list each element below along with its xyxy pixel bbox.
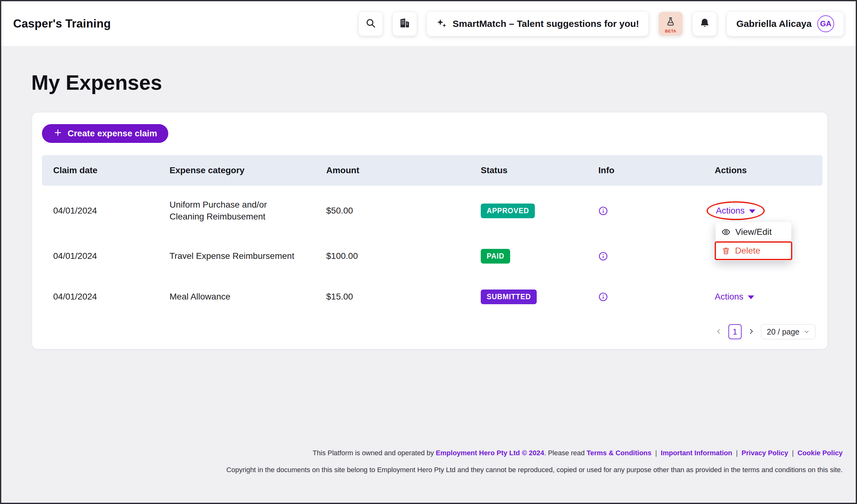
- table-row: 04/01/2024 Meal Allowance $15.00 SUBMITT…: [42, 276, 823, 317]
- table-row: 04/01/2024 Uniform Purchase and/or Clean…: [42, 186, 823, 236]
- search-button[interactable]: [358, 12, 383, 36]
- organisation-button[interactable]: [392, 12, 417, 36]
- actions-dropdown-trigger[interactable]: Actions: [716, 206, 755, 216]
- info-icon[interactable]: [598, 292, 608, 302]
- menu-item-view-edit[interactable]: View/Edit: [716, 223, 791, 241]
- chevron-down-icon: [804, 327, 809, 336]
- footer-line-2: Copyright in the documents on this site …: [226, 466, 843, 474]
- menu-item-delete[interactable]: Delete: [715, 241, 792, 260]
- column-info: Info: [587, 166, 703, 175]
- menu-item-label: Delete: [735, 246, 760, 256]
- beta-badge: BETA: [665, 29, 676, 33]
- amount-cell: $100.00: [315, 251, 469, 261]
- link-employment-hero[interactable]: Employment Hero Pty Ltd © 2024: [436, 449, 544, 457]
- expenses-table: Claim date Expense category Amount Statu…: [42, 155, 823, 317]
- annotation-ellipse: Actions: [707, 201, 765, 220]
- column-amount: Amount: [315, 166, 469, 175]
- page-title: My Expenses: [31, 71, 162, 94]
- actions-label: Actions: [715, 292, 743, 302]
- chevron-left-icon: [715, 328, 722, 336]
- amount-cell: $50.00: [315, 206, 469, 216]
- table-header-row: Claim date Expense category Amount Statu…: [42, 155, 823, 186]
- sparkles-icon: [436, 18, 447, 29]
- menu-item-label: View/Edit: [735, 227, 772, 237]
- page-size-select[interactable]: 20 / page: [761, 324, 816, 339]
- user-menu[interactable]: Gabriella Alicaya GA: [726, 11, 844, 36]
- link-cookie-policy[interactable]: Cookie Policy: [797, 449, 843, 457]
- chevron-down-icon: [748, 295, 754, 299]
- status-badge: APPROVED: [481, 204, 535, 218]
- column-claim-date: Claim date: [42, 166, 158, 175]
- actions-label: Actions: [716, 206, 745, 216]
- status-badge: SUBMITTED: [481, 290, 537, 304]
- link-privacy-policy[interactable]: Privacy Policy: [742, 449, 788, 457]
- pagination-prev-button[interactable]: [715, 328, 722, 336]
- claim-date-cell: 04/01/2024: [42, 251, 158, 261]
- footer-text: . Please read: [544, 449, 587, 457]
- category-cell: Uniform Purchase and/or Cleaning Reimbus…: [158, 199, 315, 223]
- footer: This Platform is owned and operated by E…: [226, 449, 843, 474]
- table-row: 04/01/2024 Travel Expense Reimbursement …: [42, 236, 823, 276]
- footer-separator: |: [655, 449, 657, 457]
- actions-dropdown-menu: View/Edit Delete: [716, 222, 791, 261]
- expenses-card: Create expense claim Claim date Expense …: [32, 112, 828, 349]
- avatar: GA: [817, 15, 834, 32]
- footer-separator: |: [736, 449, 738, 457]
- category-cell: Travel Expense Reimbursement: [158, 250, 315, 262]
- link-important-information[interactable]: Important Information: [661, 449, 733, 457]
- search-icon: [365, 18, 376, 29]
- labs-button[interactable]: BETA: [658, 12, 683, 36]
- header-actions: SmartMatch – Talent suggestions for you!…: [358, 11, 844, 36]
- pagination-next-button[interactable]: [748, 328, 755, 336]
- bell-icon: [699, 18, 710, 29]
- claim-date-cell: 04/01/2024: [42, 206, 158, 216]
- chevron-right-icon: [748, 328, 755, 336]
- column-status: Status: [469, 166, 587, 175]
- top-bar: Casper's Training SmartMatch – T: [1, 1, 856, 46]
- footer-text: This Platform is owned and operated by: [313, 449, 436, 457]
- user-name: Gabriella Alicaya: [736, 18, 812, 29]
- smartmatch-label: SmartMatch – Talent suggestions for you!: [453, 18, 639, 29]
- eye-icon: [721, 227, 730, 237]
- status-badge: PAID: [481, 249, 510, 264]
- pagination-page-button[interactable]: 1: [728, 324, 742, 339]
- create-expense-claim-button[interactable]: Create expense claim: [42, 124, 168, 143]
- column-expense-category: Expense category: [158, 166, 315, 175]
- column-actions: Actions: [703, 166, 823, 175]
- page-size-value: 20 / page: [767, 327, 800, 336]
- info-icon[interactable]: [598, 251, 608, 261]
- create-expense-claim-label: Create expense claim: [68, 128, 157, 139]
- plus-icon: [53, 128, 63, 139]
- smartmatch-banner[interactable]: SmartMatch – Talent suggestions for you!: [426, 11, 649, 36]
- actions-dropdown-trigger[interactable]: Actions: [715, 292, 754, 302]
- notifications-button[interactable]: [692, 12, 717, 36]
- app-title: Casper's Training: [13, 17, 111, 30]
- building-icon: [399, 18, 410, 30]
- pagination: 1 20 / page: [715, 324, 816, 339]
- claim-date-cell: 04/01/2024: [42, 292, 158, 302]
- link-terms-conditions[interactable]: Terms & Conditions: [586, 449, 651, 457]
- footer-line-1: This Platform is owned and operated by E…: [226, 449, 843, 457]
- category-cell: Meal Allowance: [158, 291, 315, 303]
- trash-icon: [722, 246, 730, 255]
- footer-separator: |: [792, 449, 794, 457]
- chevron-down-icon: [749, 209, 755, 213]
- amount-cell: $15.00: [315, 292, 469, 302]
- info-icon[interactable]: [598, 206, 608, 216]
